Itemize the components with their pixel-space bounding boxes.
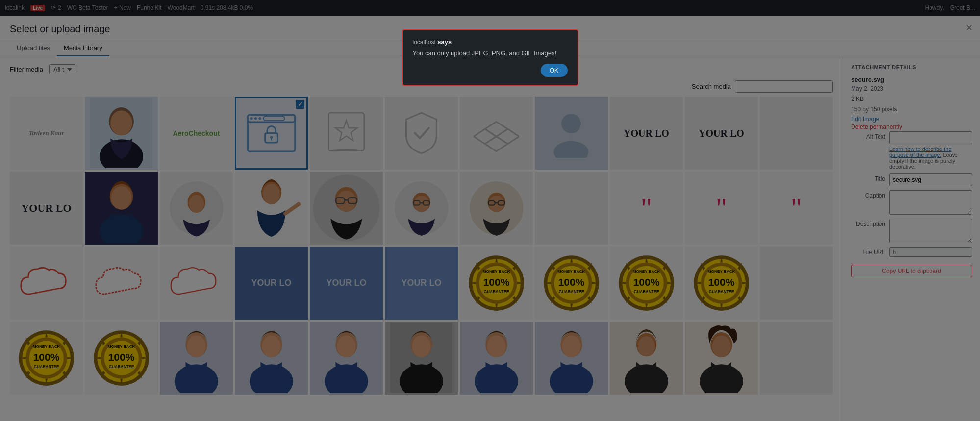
alert-ok-button[interactable]: OK (541, 64, 568, 77)
alert-dialog-message: You can only upload JPEG, PNG, and GIF I… (413, 50, 568, 57)
alert-dialog-footer: OK (413, 64, 568, 77)
alert-says-label: says (437, 38, 452, 46)
alert-dialog: localhost says You can only upload JPEG,… (402, 29, 578, 86)
alert-dialog-header: localhost says (413, 38, 568, 46)
